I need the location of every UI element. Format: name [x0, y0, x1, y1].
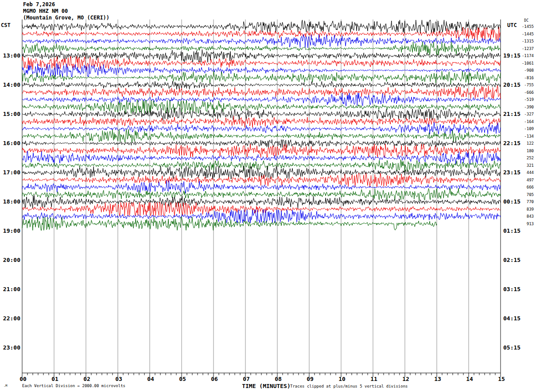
- dc-value: 839: [527, 207, 534, 211]
- x-tick-label: 02: [83, 376, 90, 382]
- x-tick-label: 01: [51, 376, 58, 382]
- seismic-trace-row: [22, 130, 501, 143]
- cst-hour-label: 19:00: [3, 227, 20, 234]
- seismic-trace-row: [22, 57, 501, 70]
- utc-hour-label: 03:15: [503, 286, 520, 292]
- dc-value: 180: [527, 149, 534, 153]
- dc-value: 705: [527, 192, 534, 197]
- dc-value: -164: [524, 119, 534, 124]
- seismic-trace-row: [22, 71, 501, 85]
- cst-hour-label: 21:00: [3, 286, 20, 292]
- dc-value: -134: [524, 134, 534, 138]
- seismic-trace-row: [22, 139, 501, 148]
- x-tick-label: 00: [19, 376, 27, 382]
- seismic-trace-row: [22, 86, 501, 99]
- x-tick-label: 13: [434, 376, 441, 382]
- cst-hour-label: 20:00: [3, 257, 20, 263]
- dc-value: -1237: [522, 46, 534, 51]
- dc-value: -908: [524, 68, 534, 73]
- x-tick-label: 09: [307, 376, 314, 382]
- utc-hour-label: 00:15: [503, 198, 520, 205]
- seismic-trace-row: [22, 35, 501, 48]
- utc-hour-label: 04:15: [503, 315, 520, 322]
- right-axis-label: UTC: [507, 22, 517, 28]
- cst-hour-label: 16:00: [3, 140, 20, 146]
- seismic-trace-row: [22, 64, 501, 77]
- x-tick-label: 15: [498, 376, 505, 382]
- dc-value: -327: [524, 112, 534, 116]
- dc-column-header: DC: [524, 19, 528, 23]
- dc-value: -755: [524, 83, 534, 87]
- dc-value: -1445: [522, 32, 534, 36]
- seismic-trace-row: [22, 210, 501, 223]
- seismic-trace-row: [22, 188, 501, 201]
- seismic-trace-row: [22, 81, 501, 90]
- clip-note: Traces clipped at plus/minus 5 vertical …: [290, 384, 408, 388]
- seismic-trace-row: [22, 181, 501, 193]
- dc-value: 913: [527, 222, 534, 226]
- utc-hour-label: 19:15: [503, 52, 520, 59]
- header-location: (Mountain Grove, MO (CERI)): [23, 15, 109, 21]
- cst-hour-label: 15:00: [3, 111, 20, 117]
- cst-hour-label: 17:00: [3, 169, 20, 176]
- seismic-trace-row: [22, 203, 501, 216]
- dc-value: -390: [524, 105, 534, 109]
- dc-value: -519: [524, 97, 534, 102]
- x-tick-label: 03: [115, 376, 122, 382]
- x-tick-label: 06: [211, 376, 218, 382]
- dc-value: 444: [527, 170, 534, 175]
- utc-hour-label: 20:15: [503, 81, 520, 88]
- utc-hour-label: 21:15: [503, 111, 520, 117]
- dc-value: -1061: [522, 61, 534, 65]
- dc-value: 497: [527, 178, 534, 182]
- cst-hour-label: 23:00: [3, 344, 20, 351]
- seismic-trace-row: [22, 151, 501, 165]
- x-axis-title: TIME (MINUTES): [242, 383, 291, 389]
- dc-value: -1455: [522, 24, 534, 29]
- cst-hour-label: 14:00: [3, 81, 20, 88]
- dc-value: 666: [527, 185, 534, 189]
- x-tick-label: 05: [179, 376, 186, 382]
- cst-hour-label: 22:00: [3, 315, 20, 322]
- x-tick-label: 07: [243, 376, 250, 382]
- utc-hour-label: 02:15: [503, 257, 520, 263]
- header-date: Feb 7,2026: [23, 1, 55, 8]
- helicorder-plot: Feb 7,2026 MGMO HHZ NM 00 (Mountain Grov…: [0, 0, 536, 392]
- x-tick-label: 12: [402, 376, 409, 382]
- dc-value: 321: [527, 163, 534, 168]
- scale-note: Each Vertical Division = 2000.00 microvo…: [22, 384, 125, 388]
- dc-value: 122: [527, 141, 534, 146]
- seismic-trace-row: [22, 20, 501, 33]
- x-tick-label: 14: [466, 376, 473, 382]
- seismic-trace-row: [22, 100, 501, 114]
- x-tick-label: 04: [147, 376, 154, 382]
- left-axis-label: CST: [1, 22, 11, 28]
- utc-hour-label: 22:15: [503, 140, 520, 146]
- x-tick-label: 10: [338, 376, 346, 382]
- cst-hour-label: 18:00: [3, 198, 20, 205]
- cst-hour-label: 13:00: [3, 52, 20, 59]
- x-tick-label: 11: [370, 376, 377, 382]
- dc-value: 770: [527, 200, 534, 204]
- dc-value: 252: [527, 156, 534, 160]
- plot-generated-content: 0001020304050607080910111213141513:0014:…: [3, 19, 534, 382]
- dc-value: -816: [524, 76, 534, 80]
- utc-hour-label: 05:15: [503, 344, 520, 351]
- dc-value: -109: [524, 127, 534, 131]
- dc-value: -666: [524, 90, 534, 95]
- seismic-trace-row: [22, 195, 501, 208]
- dc-value: -1315: [522, 39, 534, 43]
- header-station: MGMO HHZ NM 00: [23, 8, 68, 14]
- x-tick-label: 08: [275, 376, 282, 382]
- dc-value: -1174: [522, 54, 534, 58]
- seismic-trace-row: [22, 42, 501, 55]
- watermark: .M: [4, 384, 7, 388]
- utc-hour-label: 01:15: [503, 227, 520, 234]
- utc-hour-label: 23:15: [503, 169, 520, 176]
- dc-value: 843: [527, 214, 534, 219]
